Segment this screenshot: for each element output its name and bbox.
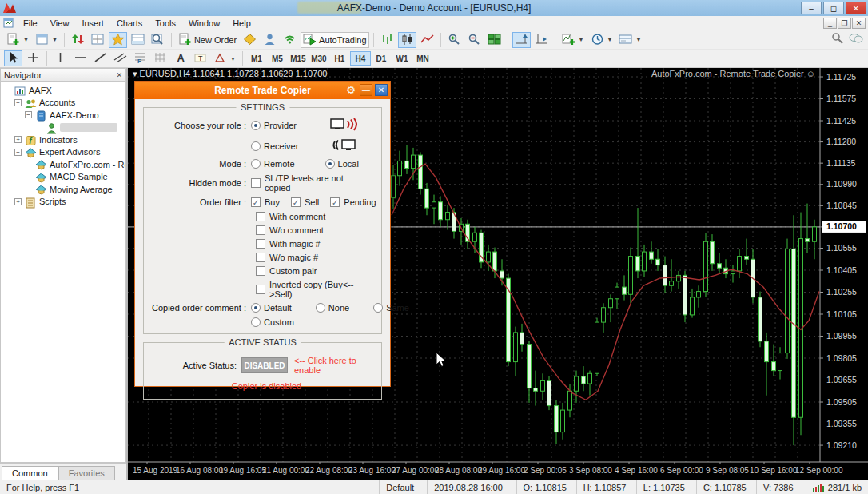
menu-tools[interactable]: Tools — [149, 17, 182, 30]
menu-charts[interactable]: Charts — [110, 17, 149, 30]
none-comment-radio[interactable] — [316, 303, 325, 313]
grid-tool-button[interactable] — [151, 50, 169, 66]
indicators-list-button[interactable]: ▼ — [559, 32, 587, 48]
autotrading-button[interactable]: AutoTrading — [301, 32, 369, 48]
chart-window[interactable]: 1.117251.115751.114251.112801.111351.109… — [128, 68, 868, 480]
nav-tab-common[interactable]: Common — [2, 466, 58, 480]
status-profile[interactable]: Default — [380, 480, 428, 494]
inverted-copy-buy-sell--checkbox[interactable] — [256, 285, 265, 294]
new-chart-button[interactable]: ▼ — [4, 32, 31, 48]
cursor-tool-button[interactable] — [4, 50, 22, 66]
tile-windows-button[interactable] — [485, 32, 504, 48]
search-icon[interactable] — [831, 32, 844, 46]
custom-comment-radio[interactable] — [251, 317, 261, 327]
with-magic--checkbox[interactable] — [256, 239, 265, 249]
enable-hint[interactable]: <-- Click here to enable — [294, 356, 376, 375]
menu-help[interactable]: Help — [226, 17, 257, 30]
disabled-button[interactable]: DISABLED — [241, 357, 288, 373]
nav-item-expert-advisors[interactable]: −Expert Advisors — [1, 146, 125, 159]
signals-button[interactable] — [281, 32, 299, 48]
chevron-down-icon[interactable]: ▼ — [230, 56, 236, 62]
timeframe-mn[interactable]: MN — [412, 51, 433, 66]
mdi-restore-button[interactable]: ❐ — [838, 18, 851, 29]
local-radio[interactable] — [325, 159, 335, 169]
crosshair-tool-button[interactable] — [24, 50, 42, 66]
custom-pair-checkbox[interactable] — [256, 266, 265, 276]
nav-item-indicators[interactable]: +fIndicators — [1, 133, 125, 146]
timeframe-m30[interactable]: M30 — [309, 51, 329, 66]
timeframe-h4[interactable]: H4 — [350, 51, 371, 66]
zoom-in-button[interactable] — [445, 32, 464, 48]
navigator-button[interactable] — [109, 32, 127, 48]
nav-item-aafx-demo[interactable]: −AAFX-Demo — [1, 109, 125, 122]
metaeditor-button[interactable] — [241, 32, 259, 48]
expand-icon[interactable]: + — [14, 136, 22, 143]
chevron-down-icon[interactable]: ▼ — [23, 37, 29, 42]
new-order-button[interactable]: New Order — [176, 32, 239, 48]
window-minimize-button[interactable]: – — [801, 2, 822, 14]
nav-tab-favorites[interactable]: Favorites — [58, 466, 115, 480]
hidden-mode-checkbox[interactable] — [251, 178, 261, 188]
menu-window[interactable]: Window — [182, 17, 226, 30]
nav-item-macd-sample[interactable]: MACD Sample — [1, 171, 125, 184]
receiver-radio[interactable] — [251, 141, 261, 151]
chevron-down-icon[interactable]: ▼ — [607, 37, 613, 42]
mdi-close-button[interactable]: ✕ — [852, 18, 866, 29]
market-watch-button[interactable] — [69, 32, 87, 48]
zoom-out-button[interactable] — [465, 32, 484, 48]
menu-view[interactable]: View — [44, 17, 76, 30]
dialog-minimize-button[interactable]: — — [360, 84, 372, 96]
pending-checkbox[interactable]: ✓ — [330, 197, 340, 207]
menu-file[interactable]: File — [17, 17, 44, 30]
default-comment-radio[interactable] — [251, 303, 261, 313]
timeframe-m5[interactable]: M5 — [267, 51, 288, 66]
text-tool-button[interactable]: A — [171, 50, 189, 66]
window-maximize-button[interactable]: ◻ — [823, 2, 844, 14]
chevron-down-icon[interactable]: ▼ — [635, 37, 641, 42]
provider-radio[interactable] — [251, 121, 261, 130]
nav-item-moving-average[interactable]: Moving Average — [1, 183, 125, 196]
timeframe-d1[interactable]: D1 — [371, 51, 392, 66]
auto-scroll-button[interactable] — [512, 32, 531, 48]
with-comment-checkbox[interactable] — [256, 212, 265, 221]
mdi-minimize-button[interactable]: _ — [823, 18, 837, 29]
timeframe-m1[interactable]: M1 — [246, 51, 267, 66]
dialog-close-button[interactable]: ✕ — [375, 84, 388, 96]
timeframe-w1[interactable]: W1 — [392, 51, 412, 66]
strategy-tester-button[interactable] — [149, 32, 167, 48]
dialog-title-bar[interactable]: Remote Trade Copier ⚙ — ✕ — [135, 82, 390, 99]
bar-chart-mode-button[interactable] — [378, 32, 396, 48]
window-close-button[interactable]: ✕ — [846, 2, 866, 14]
horizontal-line-tool-button[interactable] — [71, 50, 90, 66]
nav-item-accounts[interactable]: −Accounts — [1, 97, 125, 110]
collapse-icon[interactable]: − — [14, 149, 22, 156]
label-tool-button[interactable]: T — [191, 50, 209, 66]
collapse-icon[interactable]: − — [25, 111, 32, 118]
community-button[interactable] — [261, 32, 279, 48]
timeframe-m15[interactable]: M15 — [288, 51, 309, 66]
menu-insert[interactable]: Insert — [75, 17, 110, 30]
chat-icon[interactable] — [849, 32, 863, 46]
timeframe-h1[interactable]: H1 — [329, 51, 350, 66]
w-o-comment-checkbox[interactable] — [256, 225, 265, 235]
expand-icon[interactable]: + — [14, 198, 22, 205]
shapes-tool-button[interactable]: ▼ — [211, 50, 238, 66]
nav-item-account[interactable] — [1, 122, 125, 134]
channel-tool-button[interactable] — [111, 50, 129, 66]
nav-item-scripts[interactable]: +Scripts — [1, 196, 125, 209]
templates-button[interactable]: ▼ — [616, 32, 643, 48]
vertical-line-tool-button[interactable] — [51, 50, 70, 66]
sell-checkbox[interactable]: ✓ — [291, 197, 301, 207]
profiles-button[interactable]: ▼ — [33, 32, 60, 48]
candle-chart-mode-button[interactable] — [398, 32, 416, 48]
nav-item-autofxpro-com-rem[interactable]: AutoFxPro.com - Rem — [1, 158, 125, 171]
chevron-down-icon[interactable]: ▼ — [579, 37, 584, 42]
w-o-magic--checkbox[interactable] — [256, 253, 265, 262]
chevron-down-icon[interactable]: ▼ — [52, 37, 58, 42]
gear-icon[interactable]: ⚙ — [344, 84, 357, 96]
data-window-button[interactable] — [89, 32, 107, 48]
chart-shift-button[interactable] — [532, 32, 551, 48]
status-traffic[interactable]: 281/1 kb — [828, 483, 862, 492]
same-comment-radio[interactable] — [373, 303, 383, 313]
line-chart-mode-button[interactable] — [418, 32, 436, 48]
